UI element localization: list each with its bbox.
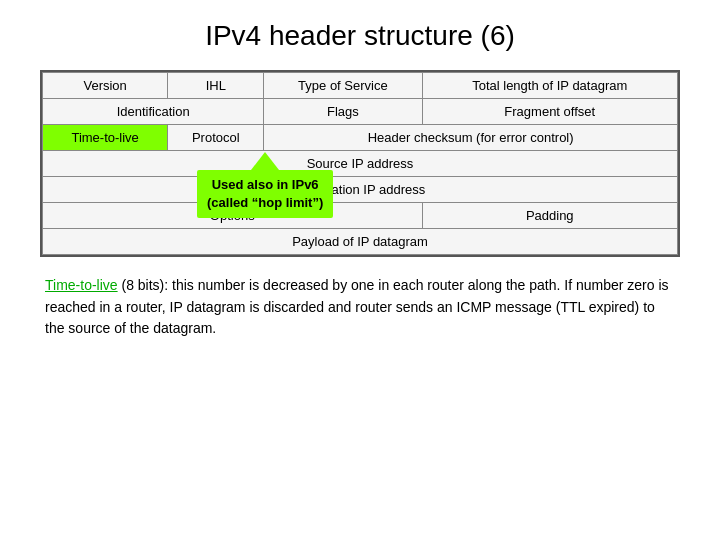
table-row: Destination IP address (43, 177, 678, 203)
arrow-box: Used also in IPv6 (called “hop limit”) (197, 170, 333, 218)
cell-fragment-offset: Fragment offset (422, 99, 678, 125)
page-title: IPv4 header structure (6) (40, 20, 680, 52)
cell-header-checksum: Header checksum (for error control) (264, 125, 678, 151)
page: IPv4 header structure (6) Version IHL Ty… (0, 0, 720, 540)
table-row: Source IP address (43, 151, 678, 177)
cell-total-length: Total length of IP datagram (422, 73, 678, 99)
description-text: Time-to-live (8 bits): this number is de… (40, 275, 680, 340)
cell-protocol: Protocol (168, 125, 264, 151)
cell-destination-ip: Destination IP address (43, 177, 678, 203)
cell-padding: Padding (422, 203, 678, 229)
ipv4-header-table: Version IHL Type of Service Total length… (42, 72, 678, 255)
table-row: Payload of IP datagram (43, 229, 678, 255)
cell-version: Version (43, 73, 168, 99)
ipv4-table-area: Version IHL Type of Service Total length… (40, 70, 680, 257)
cell-ihl: IHL (168, 73, 264, 99)
arrow-overlay: Used also in IPv6 (called “hop limit”) (197, 170, 333, 218)
arrow-line1: Used also in IPv6 (212, 177, 319, 192)
cell-ttl: Time-to-live (43, 125, 168, 151)
table-row: Time-to-live Protocol Header checksum (f… (43, 125, 678, 151)
table-row: Version IHL Type of Service Total length… (43, 73, 678, 99)
table-row: Identification Flags Fragment offset (43, 99, 678, 125)
table-row: Options Padding (43, 203, 678, 229)
ttl-link: Time-to-live (45, 277, 118, 293)
cell-flags: Flags (264, 99, 422, 125)
cell-payload: Payload of IP datagram (43, 229, 678, 255)
description-rest: (8 bits): this number is decreased by on… (45, 277, 669, 336)
arrow-line2: (called “hop limit”) (207, 195, 323, 210)
cell-type-of-service: Type of Service (264, 73, 422, 99)
cell-source-ip: Source IP address (43, 151, 678, 177)
cell-identification: Identification (43, 99, 264, 125)
